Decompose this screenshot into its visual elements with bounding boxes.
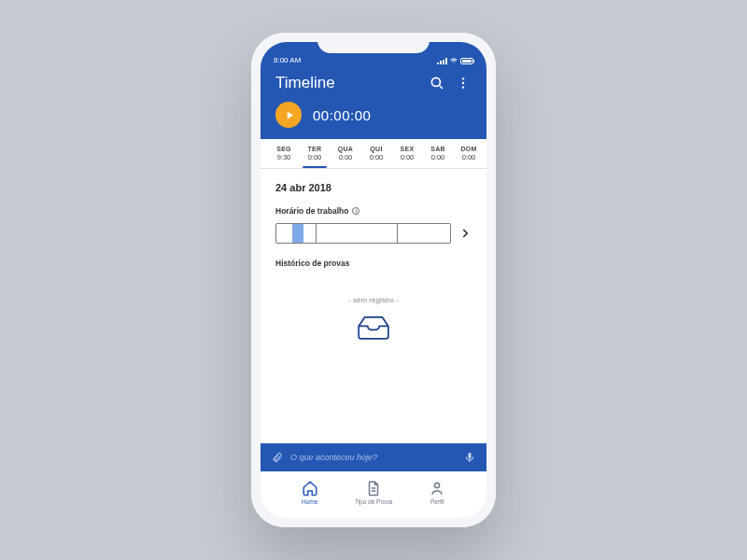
- work-hours-label: Horário de trabalho i: [275, 206, 472, 216]
- play-icon: [285, 110, 295, 120]
- empty-state: - sem registro -: [275, 296, 472, 342]
- play-button[interactable]: [275, 102, 302, 128]
- note-bar: [261, 443, 486, 471]
- bottom-tabbar: HomeTipo de ProvaPerfil: [261, 471, 486, 518]
- mic-icon[interactable]: [464, 452, 475, 463]
- day-tab-sab[interactable]: SAB0:00: [426, 145, 450, 162]
- work-segment: [317, 224, 398, 243]
- work-segment: [276, 224, 317, 243]
- search-icon: [429, 75, 445, 91]
- history-label: Histórico de provas: [275, 259, 472, 268]
- app-screen: 8:00 AM Timeline 00: [261, 42, 486, 518]
- svg-point-0: [431, 77, 440, 86]
- signal-icon: [437, 58, 447, 64]
- attachment-icon[interactable]: [272, 452, 283, 463]
- phone-frame: 8:00 AM Timeline 00: [251, 33, 496, 527]
- day-tab-qua[interactable]: QUA0:00: [333, 145, 358, 162]
- wifi-icon: [450, 57, 458, 64]
- day-tab-qui[interactable]: QUI0:00: [364, 145, 388, 162]
- svg-line-1: [439, 85, 443, 89]
- work-hours-bar[interactable]: [275, 223, 451, 244]
- app-header: Timeline 00:00:00: [261, 66, 486, 139]
- note-input[interactable]: [290, 453, 457, 462]
- svg-point-2: [462, 77, 464, 79]
- day-tab-sex[interactable]: SEX0:00: [395, 145, 419, 162]
- empty-text: - sem registro -: [275, 296, 472, 304]
- svg-point-4: [462, 86, 464, 88]
- tab-home[interactable]: Home: [302, 480, 318, 505]
- day-tab-dom[interactable]: DOM0:00: [457, 145, 481, 162]
- main-content: 24 abr 2018 Horário de trabalho i Histór…: [261, 169, 486, 443]
- svg-point-7: [435, 483, 440, 487]
- more-vert-icon: [456, 76, 471, 91]
- svg-point-3: [462, 82, 464, 84]
- chevron-right-icon[interactable]: [458, 227, 472, 240]
- page-title: Timeline: [275, 74, 419, 92]
- inbox-icon: [356, 314, 391, 342]
- day-strip: SEG9:30TER0:00QUA0:00QUI0:00SEX0:00SAB0:…: [261, 139, 486, 169]
- phone-notch: [317, 33, 430, 53]
- battery-icon: [460, 58, 473, 64]
- date-heading: 24 abr 2018: [275, 182, 472, 193]
- day-tab-seg[interactable]: SEG9:30: [272, 145, 296, 162]
- timer-display: 00:00:00: [313, 107, 371, 123]
- search-button[interactable]: [429, 75, 445, 91]
- more-button[interactable]: [455, 75, 472, 91]
- info-icon[interactable]: i: [352, 207, 359, 215]
- status-time: 8:00 AM: [274, 56, 301, 64]
- tab-perfil[interactable]: Perfil: [429, 480, 445, 505]
- work-segment: [398, 224, 450, 243]
- tab-tipo[interactable]: Tipo de Prova: [355, 480, 392, 505]
- day-tab-ter[interactable]: TER0:00: [303, 145, 327, 162]
